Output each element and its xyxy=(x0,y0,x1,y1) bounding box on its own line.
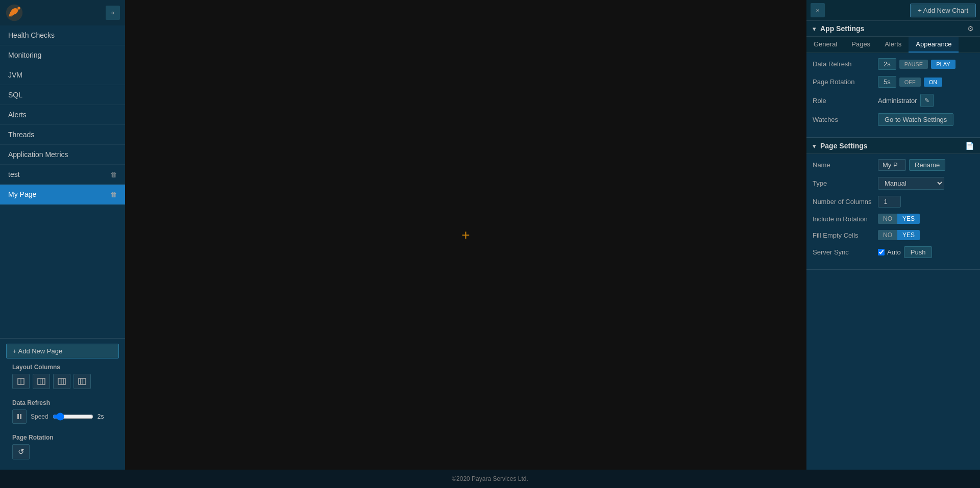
app-settings-gear-icon: ⚙ xyxy=(967,24,974,33)
app-settings-section: ▾ App Settings ⚙ General Pages Alerts Ap… xyxy=(806,20,980,138)
tab-general[interactable]: General xyxy=(806,37,844,53)
data-refresh-value: 2s xyxy=(878,58,896,70)
server-sync-controls: Auto Push xyxy=(878,246,974,258)
right-panel-header: » + Add New Chart xyxy=(806,0,980,20)
page-name-input[interactable] xyxy=(878,159,906,171)
app-settings-body: Data Refresh 2s PAUSE PLAY Page Rotation… xyxy=(806,53,980,137)
fill-empty-row: Fill Empty Cells NO YES xyxy=(813,230,974,240)
sidebar-item-label-test: test xyxy=(8,170,20,178)
fill-empty-yes-button[interactable]: YES xyxy=(897,230,920,240)
role-edit-button[interactable]: ✎ xyxy=(920,94,934,107)
svg-rect-15 xyxy=(17,414,19,419)
fill-empty-controls: NO YES xyxy=(878,230,974,240)
tab-appearance[interactable]: Appearance xyxy=(909,37,959,53)
tab-alerts[interactable]: Alerts xyxy=(877,37,909,53)
data-refresh-row-label: Data Refresh xyxy=(813,60,874,68)
sidebar-item-my-page[interactable]: My Page🗑 xyxy=(0,185,125,204)
sidebar-item-threads[interactable]: Threads xyxy=(0,125,125,145)
logo-area xyxy=(5,4,23,22)
app-settings-chevron: ▾ xyxy=(813,25,816,33)
delete-icon-my-page[interactable]: 🗑 xyxy=(110,191,117,198)
push-button[interactable]: Push xyxy=(904,246,933,258)
include-rotation-yes-button[interactable]: YES xyxy=(897,214,920,224)
page-rotation-label: Page Rotation xyxy=(6,429,119,444)
page-name-row: Name Rename xyxy=(813,159,974,171)
include-rotation-no-button[interactable]: NO xyxy=(878,214,897,224)
speed-slider[interactable] xyxy=(53,413,93,421)
auto-checkbox[interactable] xyxy=(878,249,885,255)
sidebar-header: « xyxy=(0,0,125,25)
page-rotation-row: Page Rotation 5s OFF ON xyxy=(813,76,974,88)
add-new-chart-button[interactable]: + Add New Chart xyxy=(910,4,976,17)
app-settings-tabs: General Pages Alerts Appearance xyxy=(806,37,980,53)
page-settings-chevron: ▾ xyxy=(813,142,816,150)
fill-empty-no-button[interactable]: NO xyxy=(878,230,897,240)
watches-controls: Go to Watch Settings xyxy=(878,113,974,126)
app-settings-header[interactable]: ▾ App Settings ⚙ xyxy=(806,20,980,37)
sidebar-item-application-metrics[interactable]: Application Metrics xyxy=(0,145,125,165)
app-settings-title: App Settings xyxy=(820,24,963,33)
sidebar-collapse-button[interactable]: « xyxy=(106,6,120,20)
role-row: Role Administrator ✎ xyxy=(813,94,974,107)
sidebar-item-label-my-page: My Page xyxy=(8,190,36,198)
include-rotation-label: Include in Rotation xyxy=(813,215,874,223)
speed-label: Speed xyxy=(31,413,48,420)
page-rotation-section: ↺ xyxy=(6,444,119,465)
sidebar: « Health ChecksMonitoringJVMSQLAlertsThr… xyxy=(0,0,125,470)
speed-value: 2s xyxy=(97,413,104,420)
refresh-controls: Speed 2s xyxy=(12,409,113,424)
include-rotation-toggle: NO YES xyxy=(878,214,920,224)
page-settings-header[interactable]: ▾ Page Settings 📄 xyxy=(806,138,980,154)
sidebar-item-test[interactable]: test🗑 xyxy=(0,165,125,185)
sidebar-item-label-threads: Threads xyxy=(8,131,34,139)
sidebar-item-jvm[interactable]: JVM xyxy=(0,65,125,85)
data-refresh-row: Data Refresh 2s PAUSE PLAY xyxy=(813,58,974,70)
layout-col-4-button[interactable] xyxy=(74,374,91,389)
page-name-label: Name xyxy=(813,161,874,169)
tab-pages[interactable]: Pages xyxy=(844,37,877,53)
server-sync-row: Server Sync Auto Push xyxy=(813,246,974,258)
page-settings-doc-icon: 📄 xyxy=(965,142,974,150)
role-label: Role xyxy=(813,97,874,105)
page-type-row: Type Manual Automatic xyxy=(813,177,974,190)
delete-icon-test[interactable]: 🗑 xyxy=(110,171,117,178)
page-rotation-button[interactable]: ↺ xyxy=(12,444,30,459)
layout-col-2-button[interactable] xyxy=(33,374,50,389)
sidebar-item-sql[interactable]: SQL xyxy=(0,85,125,105)
sidebar-item-label-health-checks: Health Checks xyxy=(8,31,55,39)
page-type-label: Type xyxy=(813,179,874,187)
sidebar-item-alerts[interactable]: Alerts xyxy=(0,105,125,125)
svg-rect-4 xyxy=(38,378,45,384)
sidebar-nav: Health ChecksMonitoringJVMSQLAlertsThrea… xyxy=(0,25,125,338)
main-layout: « Health ChecksMonitoringJVMSQLAlertsThr… xyxy=(0,0,980,470)
go-to-watch-settings-button[interactable]: Go to Watch Settings xyxy=(878,113,953,126)
fill-empty-toggle: NO YES xyxy=(878,230,920,240)
rename-button[interactable]: Rename xyxy=(909,159,945,171)
data-refresh-pause-button[interactable]: PAUSE xyxy=(899,60,928,69)
page-rotation-on-button[interactable]: ON xyxy=(924,78,943,87)
data-refresh-controls: 2s PAUSE PLAY xyxy=(878,58,974,70)
page-rotation-off-button[interactable]: OFF xyxy=(899,78,921,87)
data-refresh-play-button[interactable]: PLAY xyxy=(931,60,955,69)
auto-checkbox-label[interactable]: Auto xyxy=(878,248,901,256)
layout-col-3-button[interactable] xyxy=(53,374,70,389)
layout-col-1-button[interactable] xyxy=(12,374,30,389)
page-settings-section: ▾ Page Settings 📄 Name Rename Type xyxy=(806,138,980,270)
watches-label: Watches xyxy=(813,116,874,123)
add-chart-crosshair[interactable]: + xyxy=(461,227,470,243)
sidebar-item-health-checks[interactable]: Health Checks xyxy=(0,25,125,45)
sidebar-bottom: + Add New Page Layout Columns Data Refre… xyxy=(0,338,125,470)
footer: ©2020 Payara Services Ltd. xyxy=(0,470,980,488)
sidebar-item-monitoring[interactable]: Monitoring xyxy=(0,45,125,65)
page-settings-title: Page Settings xyxy=(820,142,961,150)
add-new-page-button[interactable]: + Add New Page xyxy=(6,344,119,358)
right-panel-collapse-button[interactable]: » xyxy=(811,3,825,17)
page-type-select[interactable]: Manual Automatic xyxy=(878,177,944,190)
data-refresh-pause-button[interactable] xyxy=(12,409,27,424)
num-columns-input[interactable] xyxy=(878,196,901,208)
data-refresh-label: Data Refresh xyxy=(6,394,119,409)
role-controls: Administrator ✎ xyxy=(878,94,974,107)
sidebar-item-label-application-metrics: Application Metrics xyxy=(8,150,68,159)
num-columns-label: Number of Columns xyxy=(813,198,874,206)
sidebar-item-label-alerts: Alerts xyxy=(8,111,27,119)
